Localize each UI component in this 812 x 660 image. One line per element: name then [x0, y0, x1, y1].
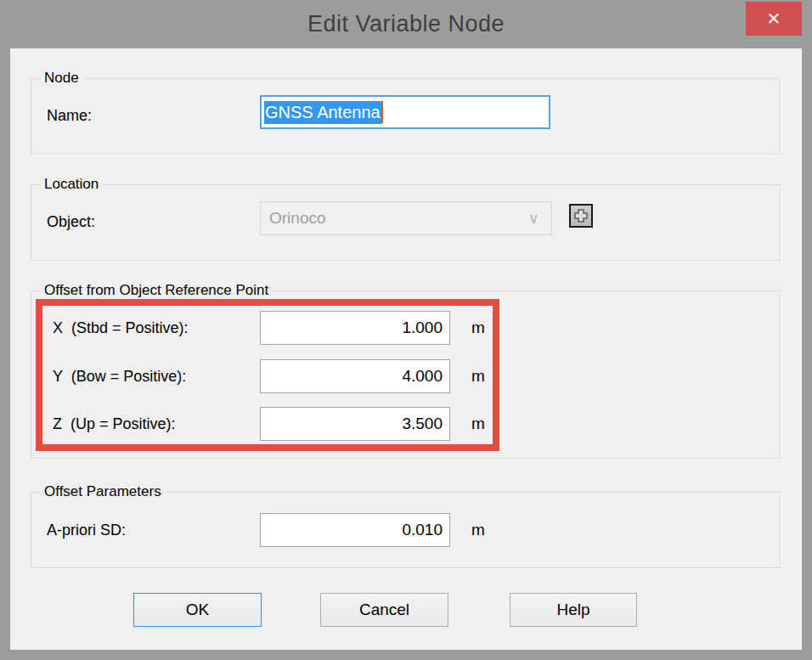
dialog-body: Node Name: GNSS Antenna Location Object:…: [10, 48, 802, 650]
name-input[interactable]: GNSS Antenna: [260, 95, 550, 129]
edit-variable-node-dialog: Edit Variable Node ✕ Node Name: GNSS Ant…: [0, 0, 812, 660]
offset-z-input[interactable]: [260, 407, 450, 441]
page-title: Edit Variable Node: [0, 0, 812, 48]
apriori-sd-unit: m: [471, 521, 485, 539]
offset-y-label: Y (Bow = Positive):: [53, 367, 186, 386]
apriori-sd-input[interactable]: [260, 513, 450, 547]
text-caret: [381, 101, 383, 123]
offset-y-unit: m: [471, 367, 485, 386]
grid-plus-icon: [572, 207, 589, 224]
offset-x-label: X (Stbd = Positive):: [53, 319, 189, 337]
select-object-grid-button[interactable]: [569, 204, 593, 228]
object-dropdown[interactable]: Orinoco ∨: [260, 201, 552, 235]
close-icon: ✕: [767, 10, 781, 27]
ok-button[interactable]: OK: [133, 593, 262, 627]
name-input-selected-text: GNSS Antenna: [264, 101, 381, 124]
offset-y-input[interactable]: [260, 359, 450, 393]
apriori-sd-label: A-priori SD:: [47, 521, 126, 539]
close-button[interactable]: ✕: [746, 2, 802, 36]
offset-x-input[interactable]: [260, 311, 450, 345]
offset-z-unit: m: [471, 415, 485, 433]
name-label: Name:: [47, 106, 92, 125]
offset-x-unit: m: [471, 319, 485, 337]
location-group-label: Location: [40, 176, 103, 193]
title-bar: Edit Variable Node ✕: [0, 0, 812, 48]
help-button[interactable]: Help: [510, 593, 637, 627]
object-label: Object:: [47, 212, 95, 231]
offset-group-label: Offset from Object Reference Point: [40, 282, 273, 299]
node-group-label: Node: [40, 70, 83, 87]
offset-parameters-group-label: Offset Parameters: [40, 483, 166, 500]
cancel-button[interactable]: Cancel: [320, 593, 448, 627]
object-dropdown-value: Orinoco: [269, 209, 326, 228]
chevron-down-icon: ∨: [528, 202, 539, 234]
offset-z-label: Z (Up = Positive):: [53, 415, 176, 433]
